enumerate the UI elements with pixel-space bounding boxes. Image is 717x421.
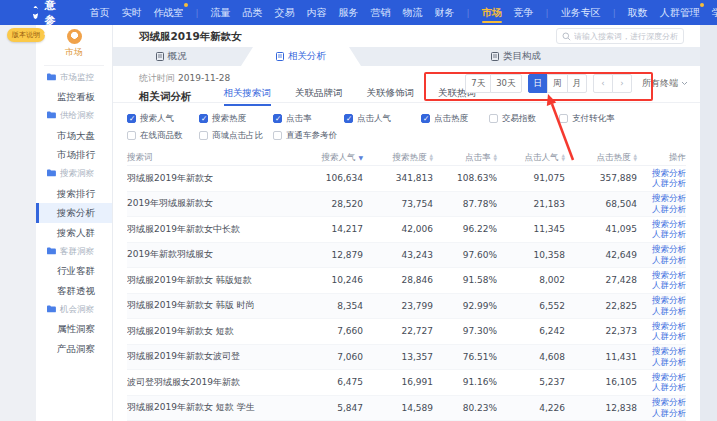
value-cell: 73,754 — [363, 199, 433, 209]
nav-item-4[interactable]: 流量 — [211, 0, 231, 25]
filter-checkbox[interactable]: 点击热度 — [421, 113, 489, 125]
tab-3[interactable]: 类目构成 — [456, 47, 576, 66]
terminal-dropdown[interactable]: 所有终端 — [642, 77, 688, 90]
search-analysis-link[interactable]: 搜索分析 — [652, 321, 686, 332]
crowd-analysis-link[interactable]: 人群分析 — [652, 331, 686, 342]
section-tabs: 相关搜索词关联品牌词关联修饰词关联热词 — [224, 87, 501, 106]
search-analysis-link[interactable]: 搜索分析 — [652, 244, 686, 255]
crowd-analysis-link[interactable]: 人群分析 — [652, 357, 686, 368]
sidebar-item[interactable]: 市场排行 — [36, 145, 112, 165]
filter-checkbox[interactable]: 在线商品数 — [127, 130, 199, 142]
page-body: 版本说明 市场 市场监控监控看板供给洞察市场大盘市场排行搜索洞察搜索排行搜索分析… — [0, 25, 717, 421]
sidebar-item[interactable]: 市场大盘 — [36, 126, 112, 146]
nav-item-5[interactable]: 品类 — [243, 0, 263, 25]
brand[interactable]: 生意参谋 — [33, 0, 64, 43]
column-header-1[interactable]: 搜索人气▼ — [289, 152, 363, 164]
filter-checkbox[interactable]: 交易指数 — [489, 113, 559, 125]
search-analysis-link[interactable]: 搜索分析 — [652, 270, 686, 281]
sidebar-item[interactable]: 搜索分析 — [36, 203, 112, 223]
keyword-cell: 羽绒服2019年新款女 短款 学生 — [127, 401, 289, 414]
search-analysis-link[interactable]: 搜索分析 — [652, 295, 686, 306]
filter-checkbox[interactable]: 搜索热度 — [199, 113, 273, 125]
range-button-2-1[interactable]: › — [612, 74, 632, 93]
folder-icon — [47, 73, 56, 83]
sidebar-item[interactable]: 属性洞察 — [36, 319, 112, 339]
value-cell: 16,991 — [363, 377, 433, 387]
crowd-analysis-link[interactable]: 人群分析 — [652, 382, 686, 393]
nav-item-16[interactable]: 业务专区 — [561, 0, 601, 25]
sidebar-group-header: 搜索洞察 — [36, 165, 112, 184]
column-header-5[interactable]: 点击热度▲▼ — [565, 152, 637, 164]
nav-item-18[interactable]: 取数 — [628, 0, 648, 25]
sidebar-item[interactable]: 客群透视 — [36, 281, 112, 301]
crowd-analysis-link[interactable]: 人群分析 — [652, 306, 686, 317]
value-cell: 97.30% — [433, 326, 497, 336]
crowd-analysis-link[interactable]: 人群分析 — [652, 255, 686, 266]
nav-item-14[interactable]: 竞争 — [514, 0, 534, 25]
section-tab-0[interactable]: 相关搜索词 — [224, 87, 272, 106]
value-cell: 5,237 — [497, 377, 565, 387]
search-analysis-link[interactable]: 搜索分析 — [652, 219, 686, 230]
column-label: 点击人气 — [525, 152, 559, 164]
nav-item-10[interactable]: 物流 — [403, 0, 423, 25]
range-button-0-0[interactable]: 7天 — [465, 74, 491, 93]
value-cell: 4,226 — [497, 403, 565, 413]
sidebar-item[interactable]: 行业客群 — [36, 261, 112, 281]
ops-cell: 搜索分析人群分析 — [637, 168, 686, 189]
table-row: 羽绒服2019年新款女106,634341,813108.63%91,07535… — [127, 166, 686, 192]
sidebar-item[interactable]: 产品洞察 — [36, 339, 112, 359]
nav-item-9[interactable]: 营销 — [371, 0, 391, 25]
crowd-analysis-link[interactable]: 人群分析 — [652, 204, 686, 215]
nav-item-0[interactable]: 首页 — [90, 0, 110, 25]
filter-checkbox[interactable]: 支付转化率 — [559, 113, 692, 125]
range-button-2-0[interactable]: ‹ — [593, 74, 613, 93]
crowd-analysis-link[interactable]: 人群分析 — [652, 178, 686, 189]
search-input[interactable] — [574, 32, 678, 41]
crowd-analysis-link[interactable]: 人群分析 — [652, 408, 686, 419]
column-header-4[interactable]: 点击人气▲▼ — [497, 152, 565, 164]
section-tab-1[interactable]: 关联品牌词 — [295, 87, 343, 106]
range-button-1-2[interactable]: 月 — [567, 74, 588, 93]
checkbox-icon — [344, 114, 353, 123]
nav-item-13[interactable]: 市场 — [482, 0, 502, 25]
filter-checkbox[interactable]: 商城点击占比 — [199, 130, 273, 142]
value-cell: 12,879 — [289, 250, 363, 260]
sidebar-item[interactable]: 搜索排行 — [36, 184, 112, 204]
sidebar-item[interactable]: 监控看板 — [36, 87, 112, 107]
range-button-1-0[interactable]: 日 — [528, 74, 549, 93]
nav-item-6[interactable]: 交易 — [275, 0, 295, 25]
crowd-analysis-link[interactable]: 人群分析 — [652, 229, 686, 240]
nav-item-20[interactable]: 学院 — [712, 0, 717, 25]
filter-checkbox[interactable]: 直通车参考价 — [273, 130, 344, 142]
nav-item-2[interactable]: 作战室 — [154, 0, 184, 25]
search-analysis-link[interactable]: 搜索分析 — [652, 397, 686, 408]
nav-item-19[interactable]: 人群管理 — [660, 0, 700, 25]
keyword-cell: 羽绒服2019年新款女中长款 — [127, 223, 289, 236]
filter-checkbox[interactable]: 点击人气 — [344, 113, 421, 125]
nav-item-11[interactable]: 财务 — [435, 0, 455, 25]
search-analysis-link[interactable]: 搜索分析 — [652, 372, 686, 383]
search-analysis-link[interactable]: 搜索分析 — [652, 168, 686, 179]
filter-checkbox[interactable]: 搜索人气 — [127, 113, 199, 125]
range-button-1-1[interactable]: 周 — [547, 74, 568, 93]
nav-item-7[interactable]: 内容 — [307, 0, 327, 25]
tab-1[interactable]: 概况 — [121, 47, 221, 66]
search-analysis-link[interactable]: 搜索分析 — [652, 193, 686, 204]
filter-checkbox[interactable]: 点击率 — [273, 113, 344, 125]
section-tab-2[interactable]: 关联修饰词 — [367, 87, 415, 106]
tab-2[interactable]: 相关分析 — [241, 47, 361, 66]
keyword-cell: 羽绒服2019年新款女 — [127, 172, 289, 185]
table-header: 搜索词搜索人气▼搜索热度▲▼点击率▲▼点击人气▲▼点击热度▲▼操作 — [127, 150, 686, 166]
nav-item-1[interactable]: 实时 — [122, 0, 142, 25]
keyword-searchbox[interactable] — [556, 28, 684, 44]
search-analysis-link[interactable]: 搜索分析 — [652, 346, 686, 357]
crowd-analysis-link[interactable]: 人群分析 — [652, 280, 686, 291]
column-header-3[interactable]: 点击率▲▼ — [433, 152, 497, 164]
table-row: 羽绒服2019年新款女 韩版 时尚8,35423,79992.99%6,5522… — [127, 294, 686, 320]
range-button-0-1[interactable]: 30天 — [490, 74, 521, 93]
column-header-2[interactable]: 搜索热度▲▼ — [363, 152, 433, 164]
sidebar-item[interactable]: 搜索人群 — [36, 223, 112, 243]
nav-item-8[interactable]: 服务 — [339, 0, 359, 25]
value-cell: 92.99% — [433, 301, 497, 311]
sidebar-group-label: 机会洞察 — [60, 304, 94, 316]
